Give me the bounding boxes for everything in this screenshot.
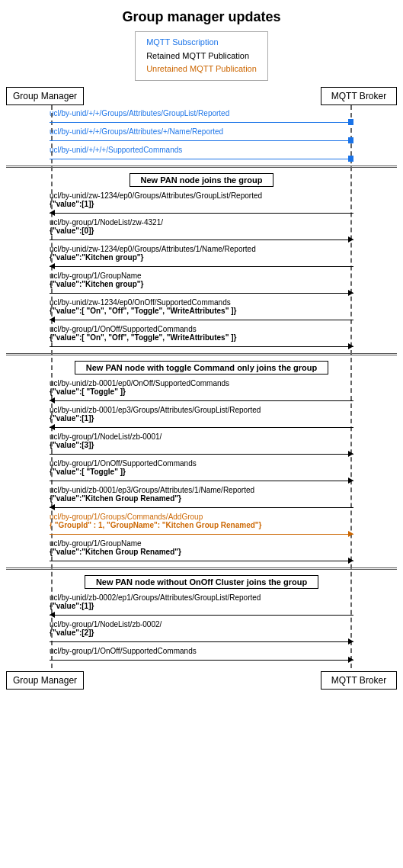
msg-s1-4: ucl/by-group/1/GroupName {"value":"Kitch… [0, 272, 403, 297]
msg-s2-7: ucl/by-group/1/GroupName {"value":"Kitch… [0, 539, 403, 565]
msg-s2-5: ucl/by-unid/zb-0001/ep3/Groups/Attribute… [0, 486, 403, 512]
legend-retained: Retained MQTT Publication [146, 50, 257, 63]
sequence-diagram: Group Manager MQTT Broker ucl/by-unid/+/… [0, 87, 403, 690]
msg-s3-2: ucl/by-group/1/NodeList/zb-0002/ {"value… [0, 620, 403, 646]
msg-sub-commands: ucl/by-unid/+/+/+/SupportedCommands [0, 146, 403, 163]
msg-s2-6: ucl/by-group/1/Groups/Commands/AddGroup … [0, 513, 403, 538]
msg-s2-2: ucl/by-unid/zb-0001/ep3/Groups/Attribute… [0, 406, 403, 432]
msg-sub-name: ucl/by-unid/+/+/Groups/Attributes/+/Name… [0, 127, 403, 145]
msg-s3-1: ucl/by-unid/zb-0002/ep1/Groups/Attribute… [0, 593, 403, 619]
actor-left-top: Group Manager [6, 87, 84, 105]
msg-s1-6: ucl/by-group/1/OnOff/SupportedCommands {… [0, 325, 403, 351]
msg-s1-1: ucl/by-unid/zw-1234/ep0/Groups/Attribute… [0, 191, 403, 217]
actor-right-top: MQTT Broker [321, 87, 397, 105]
msg-s1-2: ucl/by-group/1/NodeList/zw-4321/ {"value… [0, 218, 403, 244]
page-title: Group manager updates [0, 0, 403, 31]
msg-s1-3: ucl/by-unid/zw-1234/ep0/Groups/Attribute… [0, 245, 403, 271]
actors-bottom: Group Manager MQTT Broker [0, 671, 403, 690]
actor-left-bottom: Group Manager [6, 671, 84, 690]
section-2-header: New PAN node with toggle Command only jo… [0, 358, 403, 378]
msg-s2-3: ucl/by-group/1/NodeList/zb-0001/ {"value… [0, 432, 403, 458]
legend-mqtt-sub: MQTT Subscription [146, 36, 257, 50]
section-3-header: New PAN node without OnOff Cluster joins… [0, 572, 403, 592]
legend-unretained: Unretained MQTT Publication [146, 63, 257, 76]
msg-s2-1: ucl/by-unid/zb-0001/ep0/OnOff/SupportedC… [0, 379, 403, 405]
sequence-body: ucl/by-unid/+/+/Groups/Attributes/GroupL… [0, 105, 403, 668]
msg-s1-5: ucl/by-unid/zw-1234/ep0/OnOff/SupportedC… [0, 298, 403, 324]
actor-right-bottom: MQTT Broker [321, 671, 397, 690]
section-1-header: New PAN node joins the group [0, 170, 403, 190]
msg-s2-4: ucl/by-group/1/OnOff/SupportedCommands {… [0, 459, 403, 485]
actors-top: Group Manager MQTT Broker [0, 87, 403, 105]
msg-s3-3: ucl/by-group/1/OnOff/SupportedCommands [0, 647, 403, 664]
msg-sub-grouplist: ucl/by-unid/+/+/Groups/Attributes/GroupL… [0, 109, 403, 127]
